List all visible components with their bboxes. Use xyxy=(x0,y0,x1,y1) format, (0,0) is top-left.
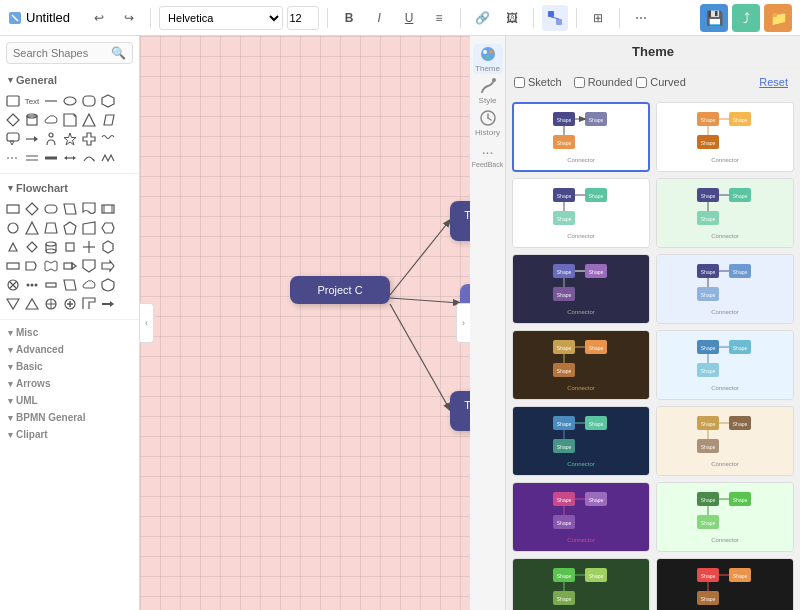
theme-card-navy[interactable]: Shape Shape Shape Connector xyxy=(512,406,650,476)
search-input[interactable] xyxy=(13,47,111,59)
canvas[interactable]: ‹ › Project C Task done by June 3 xyxy=(140,36,470,610)
flow-small-tri[interactable] xyxy=(4,238,22,256)
shape-rounded-rect[interactable] xyxy=(80,92,98,110)
flow-parallelogram2[interactable] xyxy=(61,276,79,294)
save-button[interactable]: 💾 xyxy=(700,4,728,32)
collapse-right-button[interactable]: › xyxy=(456,303,470,343)
flow-terminator[interactable] xyxy=(42,200,60,218)
more-button[interactable]: ⋯ xyxy=(628,5,654,31)
node-project-c[interactable]: Project C xyxy=(290,276,390,304)
shape-cross[interactable] xyxy=(80,130,98,148)
link-button[interactable]: 🔗 xyxy=(469,5,495,31)
flow-pentagon[interactable] xyxy=(61,219,79,237)
shape-curved-arrow[interactable] xyxy=(80,149,98,167)
sketch-checkbox[interactable]: Sketch xyxy=(514,76,562,88)
shape-person[interactable] xyxy=(42,130,60,148)
share-button[interactable]: ⤴ xyxy=(732,4,760,32)
redo-button[interactable]: ↪ xyxy=(116,5,142,31)
flow-shield[interactable] xyxy=(99,276,117,294)
shape-arrow-both[interactable] xyxy=(61,149,79,167)
node-task-june3[interactable]: Task done by June 3 xyxy=(450,201,470,241)
shape-double-line[interactable] xyxy=(23,149,41,167)
underline-button[interactable]: U xyxy=(396,5,422,31)
connector-button[interactable] xyxy=(542,5,568,31)
flow-circle[interactable] xyxy=(4,219,22,237)
flow-process[interactable] xyxy=(4,200,22,218)
section-clipart[interactable]: Clipart xyxy=(0,426,139,443)
theme-card-blue-light[interactable]: Shape Shape Shape Connector xyxy=(656,254,794,324)
theme-card-green[interactable]: Shape Shape Shape Connector xyxy=(656,482,794,552)
theme-card-forest[interactable]: Shape Shape Shape Connector xyxy=(512,558,650,610)
flow-rect3[interactable] xyxy=(42,276,60,294)
section-uml[interactable]: UML xyxy=(0,392,139,409)
theme-card-blue-green[interactable]: Shape Shape Shape Connector xyxy=(512,178,650,248)
theme-card-brown[interactable]: Shape Shape Shape Connector xyxy=(512,330,650,400)
font-selector[interactable]: Helvetica Arial Times New Roman xyxy=(159,6,283,30)
flow-cylinder2[interactable] xyxy=(42,238,60,256)
flow-cloud[interactable] xyxy=(80,276,98,294)
search-box[interactable]: 🔍 xyxy=(6,42,133,64)
curved-checkbox[interactable]: Curved xyxy=(636,76,685,88)
flow-hex2[interactable] xyxy=(99,238,117,256)
theme-card-sky[interactable]: Shape Shape Shape Connector xyxy=(656,330,794,400)
shape-parallelogram[interactable] xyxy=(99,111,117,129)
shape-cylinder[interactable] xyxy=(23,111,41,129)
section-flowchart[interactable]: Flowchart xyxy=(0,178,139,198)
flow-trapezoid[interactable] xyxy=(42,219,60,237)
flow-extract[interactable] xyxy=(23,295,41,313)
shape-thick-line[interactable] xyxy=(42,149,60,167)
shape-oval[interactable] xyxy=(61,92,79,110)
shape-note[interactable] xyxy=(61,111,79,129)
flow-off-page[interactable] xyxy=(80,257,98,275)
shape-diamond[interactable] xyxy=(4,111,22,129)
theme-card-dark[interactable]: Shape Shape Shape Connector xyxy=(512,254,650,324)
export-button[interactable]: 📁 xyxy=(764,4,792,32)
theme-card-orange[interactable]: Shape Shape Shape Connector xyxy=(656,102,794,172)
shape-star[interactable] xyxy=(61,130,79,148)
flow-merge[interactable] xyxy=(4,295,22,313)
undo-button[interactable]: ↩ xyxy=(86,5,112,31)
flow-data[interactable] xyxy=(61,200,79,218)
rail-style-button[interactable]: Style xyxy=(473,76,503,106)
section-basic[interactable]: Basic xyxy=(0,358,139,375)
flow-tape[interactable] xyxy=(42,257,60,275)
rail-feedback-button[interactable]: ··· FeedBack xyxy=(473,140,503,170)
flow-or[interactable] xyxy=(42,295,60,313)
flow-x[interactable] xyxy=(4,276,22,294)
flow-predefined[interactable] xyxy=(99,200,117,218)
section-arrows[interactable]: Arrows xyxy=(0,375,139,392)
shape-dashed-line[interactable] xyxy=(4,149,22,167)
flow-dots[interactable] xyxy=(23,276,41,294)
grid-button[interactable]: ⊞ xyxy=(585,5,611,31)
rounded-input[interactable] xyxy=(574,77,585,88)
flow-big-arrow2[interactable] xyxy=(99,295,117,313)
flow-decision[interactable] xyxy=(23,200,41,218)
shape-callout[interactable] xyxy=(4,130,22,148)
shape-rect[interactable] xyxy=(4,92,22,110)
shape-zigzag-line[interactable] xyxy=(99,149,117,167)
curved-input[interactable] xyxy=(636,77,647,88)
rounded-checkbox[interactable]: Rounded xyxy=(574,76,633,88)
flow-arrow-rect[interactable] xyxy=(61,257,79,275)
flow-step[interactable] xyxy=(80,295,98,313)
shape-wave[interactable] xyxy=(99,130,117,148)
flow-diamond2[interactable] xyxy=(23,238,41,256)
shape-line[interactable] xyxy=(42,92,60,110)
image-button[interactable]: 🖼 xyxy=(499,5,525,31)
flow-delay[interactable] xyxy=(23,257,41,275)
font-size-input[interactable] xyxy=(287,6,319,30)
flow-document[interactable] xyxy=(80,200,98,218)
flow-triangle-flow[interactable] xyxy=(23,219,41,237)
theme-card-cream[interactable]: Shape Shape Shape Connector xyxy=(656,406,794,476)
rail-history-button[interactable]: History xyxy=(473,108,503,138)
shape-cloud[interactable] xyxy=(42,111,60,129)
italic-button[interactable]: I xyxy=(366,5,392,31)
shape-hex[interactable] xyxy=(99,92,117,110)
shape-triangle[interactable] xyxy=(80,111,98,129)
theme-card-light-green[interactable]: Shape Shape Shape Connector xyxy=(656,178,794,248)
reset-button[interactable]: Reset xyxy=(755,76,792,88)
collapse-left-button[interactable]: ‹ xyxy=(140,303,154,343)
section-general[interactable]: General xyxy=(0,70,139,90)
flow-rect2[interactable] xyxy=(4,257,22,275)
node-task-june6[interactable]: Task done by June 6 xyxy=(450,391,470,431)
